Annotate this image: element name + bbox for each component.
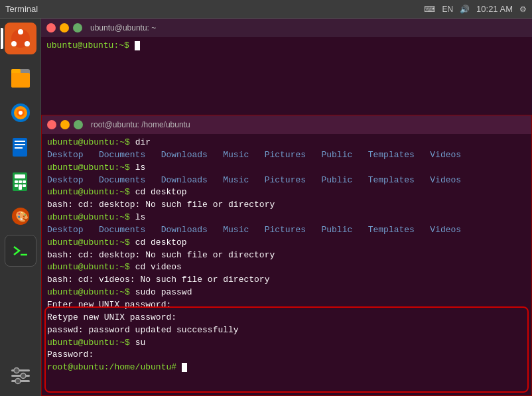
svg-text:🎨: 🎨: [15, 210, 29, 224]
minimize-button-2[interactable]: [60, 120, 70, 129]
top-bar-right: ⌨ EN 🔊 10:21 AM ⚙: [424, 4, 527, 14]
terminal-line-7: ubuntu@ubuntu:~$ ls: [47, 212, 526, 224]
sidebar: 🎨: [0, 19, 41, 396]
keyboard-icon: ⌨: [424, 5, 435, 14]
terminal-window-1[interactable]: ubuntu@ubuntu: ~ ubuntu@ubuntu:~$: [41, 19, 532, 115]
terminal-line-5: ubuntu@ubuntu:~$ cd desktop: [47, 186, 526, 199]
terminal-2-body: ubuntu@ubuntu:~$ dir Desktop Documents D…: [42, 134, 531, 377]
svg-point-31: [21, 373, 26, 379]
terminal-line-16: passwd: password updated successfully: [47, 324, 526, 337]
terminal-line-9: ubuntu@ubuntu:~$ cd desktop: [47, 237, 526, 249]
svg-rect-13: [15, 144, 25, 145]
terminal-line-14: Enter new UNIX password:: [47, 299, 526, 312]
terminal-2-titlebar: root@ubuntu: /home/ubuntu: [42, 115, 531, 134]
terminal-window-2[interactable]: root@ubuntu: /home/ubuntu ubuntu@ubuntu:…: [41, 115, 532, 396]
terminal-line-2: Desktop Documents Downloads Music Pictur…: [47, 149, 526, 162]
svg-rect-12: [15, 141, 25, 142]
terminal-line-6: bash: cd: desktop: No such file or direc…: [47, 199, 526, 212]
cursor-2: [182, 363, 187, 372]
svg-rect-21: [19, 184, 22, 190]
svg-rect-6: [11, 73, 30, 88]
terminal-line-8: Desktop Documents Downloads Music Pictur…: [47, 224, 526, 237]
maximize-button-2[interactable]: [74, 120, 83, 129]
svg-point-2: [11, 41, 17, 46]
minimize-button-1[interactable]: [60, 23, 69, 33]
terminal-line-4: Desktop Documents Downloads Music Pictur…: [47, 174, 526, 187]
svg-point-32: [15, 379, 21, 384]
terminal-line-11: ubuntu@ubuntu:~$ cd videos: [47, 261, 526, 274]
svg-rect-16: [15, 174, 25, 178]
svg-point-1: [18, 29, 23, 34]
prompt-1: ubuntu@ubuntu:~$: [46, 40, 129, 50]
svg-point-30: [14, 368, 19, 373]
terminal-line-12: bash: cd: videos: No such file or direct…: [47, 274, 526, 287]
terminal-line-15: Retype new UNIX password:: [47, 312, 526, 324]
terminal-line-10: bash: cd: desktop: No such file or direc…: [47, 249, 526, 262]
svg-rect-14: [15, 147, 23, 149]
terminal-line-19: root@ubuntu:/home/ubuntu#: [47, 362, 526, 374]
svg-rect-20: [15, 184, 18, 187]
maximize-button-1[interactable]: [73, 23, 82, 33]
svg-point-3: [25, 41, 30, 46]
terminal-1-line-1: ubuntu@ubuntu:~$: [46, 40, 527, 52]
terminal-1-body: ubuntu@ubuntu:~$: [41, 37, 532, 55]
sidebar-item-ubuntu[interactable]: [5, 23, 36, 54]
close-button-2[interactable]: [47, 120, 56, 129]
terminal-line-1: ubuntu@ubuntu:~$ dir: [47, 137, 526, 149]
svg-point-10: [19, 111, 23, 115]
power-icon: ⚙: [519, 5, 527, 14]
cursor-1: [135, 41, 140, 50]
clock: 10:21 AM: [476, 4, 513, 14]
sidebar-item-terminal[interactable]: [5, 235, 36, 267]
terminal-1-title: ubuntu@ubuntu: ~: [90, 23, 156, 33]
terminal-line-13: ubuntu@ubuntu:~$ sudo passwd: [47, 287, 526, 299]
sidebar-item-paint[interactable]: 🎨: [5, 200, 36, 232]
terminal-1-titlebar: ubuntu@ubuntu: ~: [41, 19, 532, 37]
lang-indicator: EN: [442, 5, 453, 14]
close-button-1[interactable]: [46, 23, 56, 33]
svg-rect-19: [23, 180, 26, 183]
app-title: Terminal: [5, 4, 38, 14]
main-layout: 🎨 ubuntu@ubuntu: ~ ubuntu@ubuntu:~$: [0, 19, 532, 396]
sidebar-item-files[interactable]: [5, 62, 36, 94]
terminal-line-17: ubuntu@ubuntu:~$ su: [47, 337, 526, 350]
sidebar-item-settings[interactable]: [5, 360, 36, 392]
terminal-line-3: ubuntu@ubuntu:~$ ls: [47, 162, 526, 174]
svg-rect-22: [23, 184, 26, 187]
volume-icon: 🔊: [460, 5, 470, 14]
terminal-line-18: Password:: [47, 349, 526, 362]
top-bar: Terminal ⌨ EN 🔊 10:21 AM ⚙: [0, 0, 532, 19]
terminal-area: ubuntu@ubuntu: ~ ubuntu@ubuntu:~$ root@u…: [41, 19, 532, 396]
svg-rect-17: [15, 180, 18, 183]
sidebar-item-calc[interactable]: [5, 166, 36, 198]
sidebar-item-firefox[interactable]: [5, 97, 36, 129]
svg-rect-18: [19, 180, 22, 183]
sidebar-item-writer[interactable]: [5, 131, 36, 163]
terminal-2-title: root@ubuntu: /home/ubuntu: [91, 120, 190, 129]
